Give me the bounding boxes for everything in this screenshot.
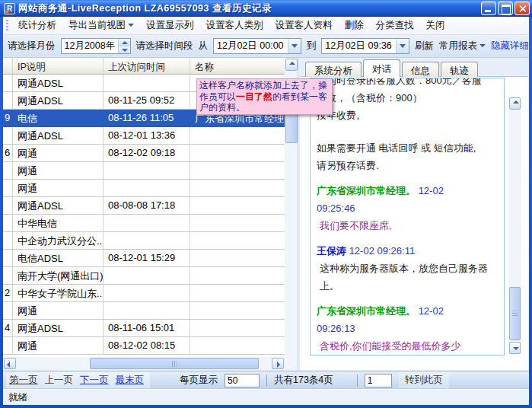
main-area: IP说明 上次访问时间 名称 网通ADSL 网通ADSL [3, 58, 529, 371]
column-header-lastvisit[interactable]: 上次访问时间 [104, 58, 190, 74]
table-row[interactable]: 南开大学(网通出口) [3, 267, 285, 285]
table-row[interactable]: 中华电信 [3, 215, 285, 232]
table-row[interactable]: 电信ADSL 08-12-01 15:29 [3, 250, 285, 267]
menu-set-guest-category[interactable]: 设置客人类别 [200, 17, 269, 34]
menu-toolbar: 统计分析 导出当前视图 设置显示列 设置客人类别 设置客人资料 删除 分类查找 … [3, 17, 529, 35]
menu-set-columns[interactable]: 设置显示列 [140, 17, 200, 34]
month-select-label: 请选择月份 [8, 40, 56, 53]
tab-track[interactable]: 轨迹 [441, 62, 478, 77]
goto-page-button[interactable]: 转到此页 [399, 372, 449, 389]
common-reports-button[interactable]: 常用报表 [439, 40, 486, 53]
month-spinner[interactable]: 12月2008年 [61, 38, 131, 54]
filter-bar: 请选择月份 12月2008年 请选择时间段 从 12月02日 00:00 到 1… [3, 35, 529, 58]
customer-name: 广东省深圳市常经理。 [317, 305, 416, 317]
table-row[interactable]: 中企动力武汉分公... [3, 232, 285, 250]
message-timestamp: 12-02 09:26:11 [349, 245, 416, 257]
per-page-input[interactable] [225, 374, 260, 387]
scroll-down-icon[interactable] [509, 342, 521, 354]
table-row[interactable]: 网通 [3, 162, 285, 180]
detail-tabs: 系统分析 对话 信息 轨迹 [305, 60, 478, 77]
hide-detail-link[interactable]: 隐藏详细 [491, 40, 529, 53]
time-range-label: 请选择时间段 [136, 40, 193, 53]
menu-delete[interactable]: 删除 [339, 17, 370, 34]
app-window: R 网站商务通-LiveReception LZA69557093 查看历史记录… [0, 0, 532, 408]
operator-message: 这种称为服务器版本，放您自己服务器 上。 [317, 260, 498, 295]
tab-dialog[interactable]: 对话 [363, 59, 400, 77]
toolbar-grip-icon [6, 20, 8, 31]
customer-message: 我们要不限座席, [317, 217, 498, 234]
table-row[interactable]: 网通 [3, 180, 285, 197]
menu-close[interactable]: 关闭 [420, 17, 451, 34]
next-page-link[interactable]: 下一页 [80, 374, 109, 387]
minimize-button[interactable] [481, 2, 496, 15]
chat-message-header: 广东省深圳市常经理。 12-02 09:25:46 [317, 182, 498, 217]
month-value: 12月2008年 [62, 40, 119, 53]
from-datetime-combobox[interactable]: 12月02日 00:00 [213, 38, 301, 54]
table-row[interactable]: 4 网通ADSL 08-11-06 15:01 [3, 320, 285, 337]
per-page-label: 每页显示 [180, 374, 218, 387]
chat-note-text: 如果需要开通 电话回呼 或 短信功能, 请另预存话费. [317, 139, 498, 174]
column-header-partial[interactable] [3, 58, 13, 74]
spinner-up-icon[interactable] [119, 39, 129, 46]
menu-category-search[interactable]: 分类查找 [370, 17, 420, 34]
status-bar: 就绪 [3, 389, 529, 405]
customer-message: 含税价,你们能接受的最低价多少 [317, 337, 498, 355]
dropdown-arrow-icon[interactable] [288, 39, 301, 53]
refresh-button[interactable]: 刷新 [415, 40, 434, 53]
scroll-up-icon[interactable] [509, 97, 521, 110]
total-records-label: 共有173条4页 [274, 374, 333, 387]
menu-export-view[interactable]: 导出当前视图 [62, 17, 140, 34]
chat-intro-text: 按同时登录的客服人数．800元／客服 人数，（含税价：900） 按年收费。 [317, 78, 498, 124]
scroll-left-icon[interactable] [4, 358, 16, 369]
chevron-down-icon [128, 24, 134, 27]
to-label: 到 [307, 40, 317, 53]
last-page-link[interactable]: 最末页 [116, 374, 145, 387]
close-button[interactable] [514, 2, 530, 15]
chat-transcript: 按同时登录的客服人数．800元／客服 人数，（含税价：900） 按年收费。 如果… [310, 78, 505, 355]
table-row[interactable]: 网通ADSL 08-12-01 13:36 [3, 127, 285, 145]
scroll-up-icon[interactable] [285, 59, 298, 71]
chevron-down-icon [479, 44, 486, 47]
tooltip-highlight: 一目了然 [236, 91, 272, 102]
customer-name: 广东省深圳市常经理。 [317, 185, 416, 196]
table-row[interactable]: 网通ADSL 08-08-08 17:18 [3, 197, 285, 215]
table-horizontal-scrollbar[interactable] [3, 357, 285, 370]
detail-panel: 系统分析 对话 信息 轨迹 按同时登录的客服人数．800元／客服 人数，（含税价… [300, 58, 529, 370]
annotation-tooltip: 这样客户名称就添加上去了，操作员可以一目了然的看到某一客户的资料。 [196, 78, 333, 115]
operator-name: 王保涛 [317, 245, 346, 257]
table-row[interactable]: 6 网通 08-12-02 09:18 [3, 145, 285, 162]
table-row[interactable]: 网通 08-12-02 08:15 [3, 337, 285, 355]
goto-page-input[interactable] [365, 374, 392, 387]
to-datetime-combobox[interactable]: 12月02日 09:36 [321, 38, 409, 54]
column-header-ip[interactable]: IP说明 [13, 58, 104, 74]
chat-message-header: 王保涛 12-02 09:26:11 [317, 242, 498, 260]
prev-page-link[interactable]: 上一页 [45, 374, 74, 387]
table-row[interactable]: 2 中华女子学院山东... [3, 285, 285, 302]
menu-stat-analysis[interactable]: 统计分析 [12, 17, 62, 34]
table-header-row: IP说明 上次访问时间 名称 [3, 58, 285, 75]
from-datetime-value: 12月02日 00:00 [214, 40, 288, 53]
menu-set-guest-info[interactable]: 设置客人资料 [269, 17, 339, 34]
scrollbar-corner [285, 357, 298, 370]
scrollbar-thumb[interactable] [90, 358, 259, 369]
scrollbar-thumb[interactable] [509, 287, 521, 340]
status-text: 就绪 [8, 391, 27, 404]
client-area: 统计分析 导出当前视图 设置显示列 设置客人类别 设置客人资料 删除 分类查找 … [3, 17, 529, 405]
table-row[interactable]: 网通 [3, 302, 285, 320]
chat-message-header: 广东省深圳市常经理。 12-02 09:26:13 [317, 302, 498, 337]
to-datetime-value: 12月02日 09:36 [322, 40, 396, 53]
spinner-down-icon[interactable] [119, 46, 129, 53]
pagination-bar: 第一页 上一页 下一页 最末页 每页显示 共有173条4页 转到此页 [3, 371, 529, 389]
column-header-name[interactable]: 名称 [190, 58, 285, 74]
scroll-right-icon[interactable] [272, 358, 284, 369]
app-icon: R [4, 3, 15, 14]
maximize-button[interactable] [498, 2, 513, 15]
chat-vertical-scrollbar[interactable] [508, 97, 521, 355]
dropdown-arrow-icon[interactable] [396, 39, 409, 53]
first-page-link[interactable]: 第一页 [9, 374, 38, 387]
title-bar: R 网站商务通-LiveReception LZA69557093 查看历史记录 [0, 0, 532, 17]
tab-info[interactable]: 信息 [402, 62, 439, 77]
divider [357, 375, 358, 387]
tab-system-analysis[interactable]: 系统分析 [305, 62, 362, 77]
divider [266, 375, 267, 387]
